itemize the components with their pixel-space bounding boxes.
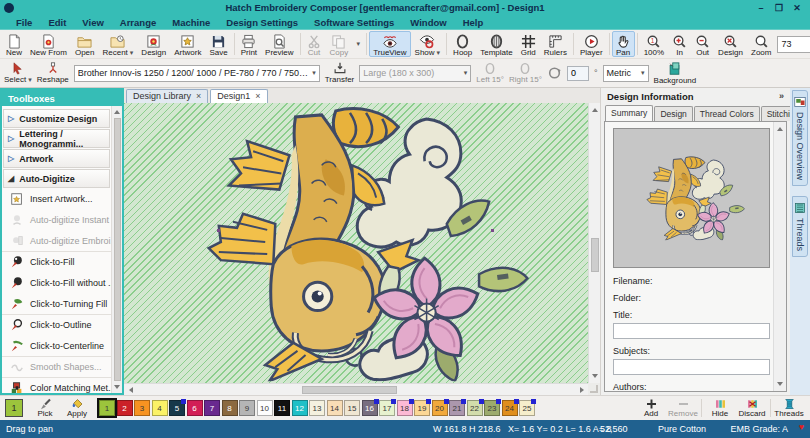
threads-button[interactable]: Threads [773,398,805,418]
palette-swatch-10[interactable]: 10 [257,400,273,416]
toolbox-scrollbar[interactable] [111,106,122,393]
rotate-hoop-left-button[interactable]: Left 15° [476,62,504,84]
tool-smooth-shapes[interactable]: Smooth Shapes... [2,356,111,377]
tab-design1[interactable]: Design1 × [210,89,267,103]
tool-click-to-fill-without-holes[interactable]: Click-to-Fill without ... [2,272,111,293]
tab-design[interactable]: Design [654,106,692,121]
pick-color-button[interactable]: Pick [29,398,61,418]
new-button[interactable]: New [2,31,26,57]
close-button[interactable]: ✕ [788,3,806,13]
zoom-out-button[interactable]: Out [691,31,714,57]
palette-swatch-5[interactable]: 5 [169,400,185,416]
menu-view[interactable]: View [74,17,111,28]
palette-swatch-21[interactable]: 21 [449,400,465,416]
palette-swatch-16[interactable]: 16 [362,400,378,416]
palette-swatch-17[interactable]: 17 [379,400,395,416]
canvas-vertical-scrollbar[interactable] [588,103,600,383]
palette-swatch-18[interactable]: 18 [397,400,413,416]
scroll-down-icon[interactable] [776,379,785,389]
tab-threads[interactable]: Threads [792,196,808,257]
palette-swatch-12[interactable]: 12 [292,400,308,416]
zoom-tool-button[interactable]: Zoom [747,31,775,57]
zoom-100-button[interactable]: 1 100% [640,31,668,57]
tool-click-to-fill[interactable]: Click-to-Fill [2,251,111,272]
player-button[interactable]: Player [576,31,607,57]
scroll-down-icon[interactable] [113,382,122,392]
zoom-design-button[interactable]: Design [714,31,747,57]
menu-arrange[interactable]: Arrange [112,17,164,28]
palette-swatch-25[interactable]: 25 [519,400,535,416]
trueview-button[interactable]: TrueView [369,31,410,57]
tab-design-library[interactable]: Design Library × [126,89,208,103]
pan-button[interactable]: Pan [612,31,635,57]
scroll-right-icon[interactable] [577,385,586,395]
palette-swatch-8[interactable]: 8 [222,400,238,416]
toolbox-section-auto-digitize[interactable]: ◢ Auto-Digitize [3,169,110,188]
palette-swatch-4[interactable]: 4 [152,400,168,416]
toolbar-overflow-button[interactable]: ▾ [352,31,364,57]
palette-swatch-2[interactable]: 2 [117,400,133,416]
menu-file[interactable]: File [8,17,40,28]
menu-design-settings[interactable]: Design Settings [218,17,306,28]
tool-click-to-turning-fill[interactable]: Click-to-Turning Fill [2,293,111,314]
open-button[interactable]: Open [71,31,99,57]
tool-insert-artwork[interactable]: Insert Artwork... [2,188,111,209]
tool-auto-digitize-instant[interactable]: Auto-digitize Instant ... [2,209,111,230]
zoom-in-button[interactable]: In [668,31,691,57]
tab-thread-colors[interactable]: Thread Colors [694,106,760,121]
machine-combo[interactable]: Brother Innov-is 1250 / 1200/ 1000 / PE-… [74,65,320,82]
new-from-button[interactable]: New From [26,31,71,57]
hoop-size-combo[interactable]: Large (180 x 300) ▾ [359,65,471,82]
vertical-scroll-thumb[interactable] [591,238,599,272]
palette-swatch-13[interactable]: 13 [309,400,325,416]
tab-stitching[interactable]: Stitching [761,106,790,121]
remove-color-button[interactable]: Remove [667,398,699,418]
title-input[interactable] [613,323,770,339]
palette-swatch-20[interactable]: 20 [432,400,448,416]
recent-button[interactable]: Recent▾ [98,31,137,57]
tool-auto-digitize-embroidery[interactable]: Auto-digitize Embroi... [2,230,111,251]
scroll-left-icon[interactable] [126,385,135,395]
palette-swatch-19[interactable]: 19 [414,400,430,416]
select-button[interactable]: Select▾ [4,62,32,84]
discard-colors-button[interactable]: Discard [736,398,768,418]
hide-colors-button[interactable]: Hide [704,398,736,418]
palette-swatch-22[interactable]: 22 [467,400,483,416]
menu-help[interactable]: Help [455,17,492,28]
toolbox-scrollbar-thumb[interactable] [114,118,121,381]
horizontal-scroll-thumb[interactable] [302,386,397,394]
palette-swatch-14[interactable]: 14 [327,400,343,416]
show-button[interactable]: Show▾ [411,31,445,57]
cut-button[interactable]: Cut [303,31,326,57]
minimize-button[interactable]: – [752,3,770,13]
toolbox-section-customize-design[interactable]: ▷ Customize Design [3,109,110,128]
hoop-button[interactable]: Hoop [449,31,476,57]
menu-window[interactable]: Window [402,17,454,28]
menu-edit[interactable]: Edit [40,17,74,28]
copy-button[interactable]: Copy [326,31,353,57]
reshape-button[interactable]: Reshape [37,62,69,84]
artwork-button[interactable]: Artwork [170,31,205,57]
menu-machine[interactable]: Machine [164,17,218,28]
tool-click-to-outline[interactable]: Click-to-Outline [2,314,111,335]
scroll-up-icon[interactable] [776,124,785,134]
tool-click-to-centerline[interactable]: Click-to-Centerline [2,335,111,356]
tab-summary[interactable]: Summary [605,105,653,121]
palette-swatch-23[interactable]: 23 [484,400,500,416]
units-combo[interactable]: Metric ▾ [603,65,649,82]
canvas-horizontal-scrollbar[interactable] [124,383,588,395]
rotate-angle-input[interactable] [567,66,589,81]
rotate-hoop-right-button[interactable]: Right 15° [509,62,542,84]
save-button[interactable]: Save [205,31,231,57]
preview-button[interactable]: Preview [261,31,297,57]
close-tab-icon[interactable]: × [255,91,260,101]
palette-swatch-6[interactable]: 6 [187,400,203,416]
palette-swatch-7[interactable]: 7 [204,400,220,416]
grid-button[interactable]: Grid [517,31,540,57]
tool-color-matching[interactable]: Color Matching Met... [2,377,111,393]
menu-software-settings[interactable]: Software Settings [306,17,402,28]
zoom-level-combo[interactable]: 73 ▾ [777,36,810,53]
palette-swatch-11[interactable]: 11 [274,400,290,416]
palette-swatch-24[interactable]: 24 [502,400,518,416]
background-button[interactable]: Background [654,62,697,85]
